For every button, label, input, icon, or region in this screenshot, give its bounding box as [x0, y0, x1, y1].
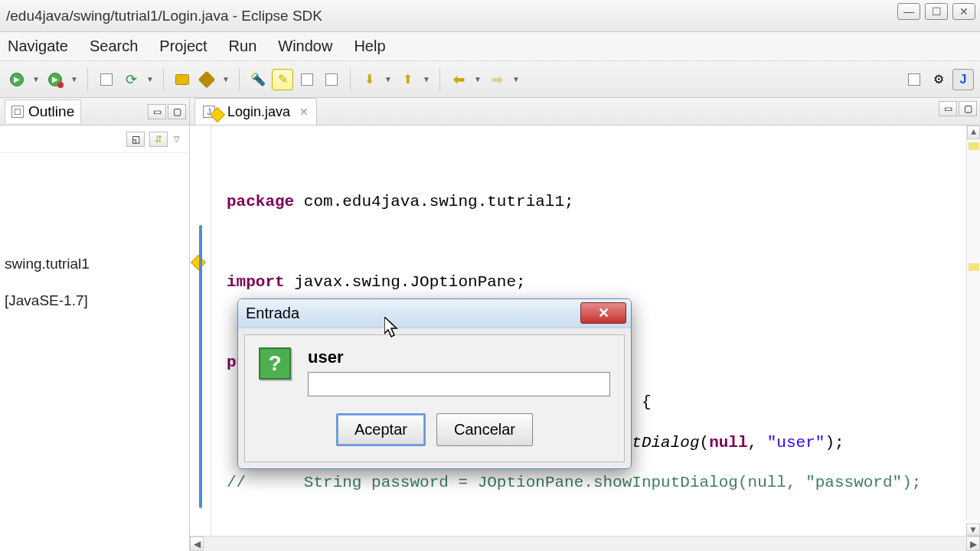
- panel-minimize-button[interactable]: ▭: [148, 104, 166, 119]
- outline-item-package[interactable]: swing.tutrial1: [3, 253, 186, 276]
- dialog-cancel-button[interactable]: Cancelar: [436, 413, 533, 446]
- editor-tabbar: J Login.java ✕ ▭ ▢: [190, 98, 980, 126]
- separator: [87, 68, 88, 91]
- annotation-up-button[interactable]: ⬆: [397, 69, 418, 90]
- run-button[interactable]: ▶: [6, 69, 28, 90]
- scroll-down-button[interactable]: ▼: [966, 523, 980, 536]
- dialog-titlebar[interactable]: Entrada ✕: [238, 299, 631, 328]
- menu-project[interactable]: Project: [159, 37, 207, 55]
- outline-toolbar: ◱ ⇵ ▽: [0, 126, 189, 153]
- dropdown-icon[interactable]: ▼: [146, 75, 155, 83]
- toggle-mark-button[interactable]: ✎: [272, 69, 293, 90]
- dropdown-icon[interactable]: ▽: [174, 135, 183, 143]
- warning-marker-icon[interactable]: [191, 255, 206, 270]
- separator: [439, 68, 440, 91]
- dialog-close-button[interactable]: ✕: [580, 302, 626, 324]
- editor-maximize-button[interactable]: ▢: [959, 101, 977, 116]
- window-title: /edu4java/swing/tutrial1/Login.java - Ec…: [6, 8, 322, 24]
- editor-layout-1-button[interactable]: [296, 69, 318, 90]
- overview-ruler[interactable]: ▲: [966, 126, 980, 520]
- horizontal-scrollbar[interactable]: ◀ ▶ ▼: [190, 536, 980, 551]
- tools-button[interactable]: [196, 69, 217, 90]
- refresh-button[interactable]: ⟳: [120, 69, 142, 90]
- dialog-body: ? user Aceptar Cancelar: [244, 334, 625, 462]
- window-minimize-button[interactable]: —: [897, 3, 920, 20]
- nav-back-button[interactable]: ⬅: [448, 69, 469, 90]
- question-icon: ?: [259, 347, 291, 380]
- outline-icon: [11, 106, 24, 118]
- perspective-button-1[interactable]: [903, 69, 925, 90]
- dialog-title: Entrada: [246, 305, 299, 322]
- menu-help[interactable]: Help: [354, 37, 385, 55]
- window-maximize-button[interactable]: ☐: [925, 3, 948, 20]
- perspective-button-2[interactable]: ⚙: [928, 69, 949, 90]
- editor-tab-label: Login.java: [227, 104, 290, 120]
- outline-focus-button[interactable]: ◱: [126, 132, 145, 147]
- outline-sort-button[interactable]: ⇵: [149, 132, 168, 147]
- overview-marker[interactable]: [969, 263, 979, 271]
- toolbar: ▶ ▼ ▶ ▼ ⟳ ▼ ▼ 🔦 ✎ ⬇ ▼ ⬆ ▼ ⬅ ▼ ➡ ▼ ⚙ J: [0, 61, 980, 98]
- outline-item-label: [JavaSE-1.7]: [5, 292, 88, 309]
- annotation-down-button[interactable]: ⬇: [358, 69, 380, 90]
- dropdown-icon[interactable]: ▼: [32, 75, 41, 83]
- separator: [239, 68, 240, 91]
- outline-tabbar: Outline ▭ ▢: [0, 98, 189, 126]
- menu-bar: Navigate Search Project Run Window Help: [0, 32, 980, 61]
- editor-minimize-button[interactable]: ▭: [939, 101, 957, 116]
- overview-marker[interactable]: [969, 142, 979, 150]
- separator: [163, 68, 164, 91]
- nav-forward-button[interactable]: ➡: [486, 69, 508, 90]
- window-titlebar: /edu4java/swing/tutrial1/Login.java - Ec…: [0, 0, 980, 32]
- open-button[interactable]: [172, 69, 193, 90]
- outline-tab-label: Outline: [28, 103, 74, 120]
- dialog-label: user: [308, 347, 610, 367]
- outline-panel: Outline ▭ ▢ ◱ ⇵ ▽ swing.tutrial1 [JavaSE…: [0, 98, 190, 551]
- dropdown-icon[interactable]: ▼: [222, 75, 231, 83]
- search-button[interactable]: 🔦: [247, 69, 269, 90]
- editor-tab-login[interactable]: J Login.java ✕: [194, 98, 317, 125]
- separator: [350, 68, 351, 91]
- scroll-up-button[interactable]: ▲: [967, 126, 980, 139]
- menu-navigate[interactable]: Navigate: [8, 37, 68, 55]
- dialog-accept-button[interactable]: Aceptar: [336, 413, 426, 446]
- outline-item-jre[interactable]: [JavaSE-1.7]: [3, 289, 186, 312]
- new-package-button[interactable]: [96, 69, 117, 90]
- input-dialog: Entrada ✕ ? user Aceptar Cancelar: [237, 298, 632, 469]
- dropdown-icon[interactable]: ▼: [512, 75, 521, 83]
- outline-content: swing.tutrial1 [JavaSE-1.7]: [0, 153, 189, 320]
- dropdown-icon[interactable]: ▼: [70, 75, 80, 83]
- perspective-java-button[interactable]: J: [952, 69, 974, 90]
- fold-indicator[interactable]: [199, 225, 202, 508]
- run-button-2[interactable]: ▶: [44, 69, 66, 90]
- panel-maximize-button[interactable]: ▢: [168, 104, 186, 119]
- outline-item-label: swing.tutrial1: [5, 256, 90, 272]
- tab-close-button[interactable]: ✕: [299, 106, 309, 118]
- dialog-text-input[interactable]: [308, 372, 610, 396]
- menu-search[interactable]: Search: [90, 37, 138, 55]
- dropdown-icon[interactable]: ▼: [384, 75, 394, 83]
- scroll-right-button[interactable]: ▶: [966, 536, 980, 551]
- editor-layout-2-button[interactable]: [321, 69, 342, 90]
- scroll-left-button[interactable]: ◀: [190, 536, 204, 551]
- menu-run[interactable]: Run: [229, 37, 257, 55]
- dropdown-icon[interactable]: ▼: [423, 75, 432, 83]
- menu-window[interactable]: Window: [278, 37, 332, 55]
- dropdown-icon[interactable]: ▼: [474, 75, 483, 83]
- outline-tab[interactable]: Outline: [5, 99, 81, 123]
- window-close-button[interactable]: ✕: [952, 3, 975, 20]
